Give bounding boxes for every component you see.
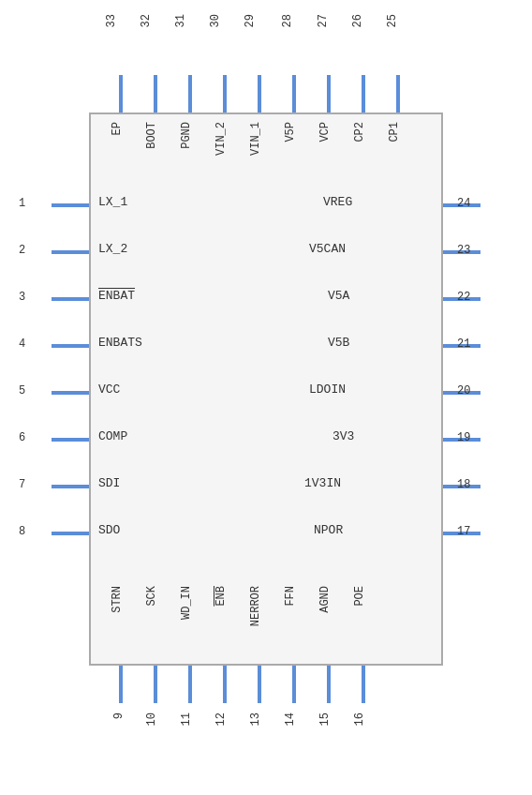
- pin-26-line: [362, 75, 365, 112]
- pin-32-number: 32: [140, 14, 153, 27]
- pin-19-number: 19: [457, 431, 470, 444]
- pin-2-number: 2: [19, 244, 25, 257]
- pin-11-line: [188, 666, 192, 703]
- pin-10-label: SCK: [145, 586, 158, 607]
- pin-7-label: SDI: [98, 476, 120, 490]
- pin-14-number: 14: [284, 712, 297, 726]
- pin-29-number: 29: [244, 14, 257, 27]
- ic-body: [89, 112, 443, 666]
- pin-13-label: NERROR: [249, 586, 262, 626]
- pin-6-number: 6: [19, 431, 25, 444]
- pin-23-label: V5CAN: [309, 242, 346, 256]
- ic-diagram: 33 EP 32 BOOT 31 PGND 30 VIN_2 29 VIN_1 …: [0, 0, 532, 795]
- pin-27-line: [327, 75, 331, 112]
- pin-32-line: [154, 75, 157, 112]
- pin-1-line: [52, 203, 89, 207]
- pin-20-label: LDOIN: [309, 382, 346, 397]
- pin-25-number: 25: [386, 14, 399, 27]
- pin-10-number: 10: [145, 712, 158, 726]
- pin-29-label: VIN_1: [249, 122, 262, 156]
- pin-7-line: [52, 485, 89, 488]
- pin-24-number: 24: [457, 197, 470, 210]
- pin-18-number: 18: [457, 478, 470, 491]
- pin-16-line: [362, 666, 365, 703]
- pin-19-label: 3V3: [332, 429, 354, 443]
- pin-25-label: CP1: [388, 122, 401, 142]
- pin-13-number: 13: [249, 712, 262, 726]
- pin-33-line: [119, 75, 123, 112]
- pin-33-label: EP: [111, 122, 124, 135]
- pin-33-number: 33: [105, 14, 118, 27]
- pin-14-line: [292, 666, 296, 703]
- pin-8-number: 8: [19, 525, 25, 538]
- pin-8-line: [52, 532, 89, 535]
- pin-6-line: [52, 438, 89, 442]
- pin-17-number: 17: [457, 525, 470, 538]
- pin-31-label: PGND: [180, 122, 193, 149]
- pin-21-label: V5B: [328, 336, 349, 350]
- pin-30-label: VIN_2: [214, 122, 228, 156]
- pin-18-label: 1V3IN: [304, 476, 341, 490]
- pin-1-number: 1: [19, 197, 25, 210]
- pin-28-line: [292, 75, 296, 112]
- pin-22-number: 22: [457, 291, 470, 304]
- pin-11-number: 11: [180, 712, 193, 726]
- pin-23-number: 23: [457, 244, 470, 257]
- pin-4-number: 4: [19, 338, 25, 351]
- pin-2-label: LX_2: [98, 242, 127, 256]
- pin-9-label: STRN: [111, 586, 124, 613]
- pin-6-label: COMP: [98, 429, 127, 443]
- pin-20-number: 20: [457, 384, 470, 398]
- pin-31-line: [188, 75, 192, 112]
- pin-1-label: LX_1: [98, 195, 127, 209]
- pin-15-label: AGND: [318, 586, 332, 613]
- pin-27-label: VCP: [318, 122, 332, 142]
- pin-3-label: ENBAT: [98, 289, 135, 303]
- pin-24-label: VREG: [323, 195, 352, 209]
- pin-30-number: 30: [209, 14, 222, 27]
- pin-10-line: [154, 666, 157, 703]
- pin-5-number: 5: [19, 384, 25, 398]
- pin-30-line: [223, 75, 227, 112]
- pin-15-line: [327, 666, 331, 703]
- pin-22-label: V5A: [328, 289, 349, 303]
- pin-9-line: [119, 666, 123, 703]
- pin-29-line: [258, 75, 261, 112]
- pin-16-label: POE: [353, 586, 366, 607]
- pin-15-number: 15: [318, 712, 332, 726]
- pin-16-number: 16: [353, 712, 366, 726]
- pin-4-label: ENBATS: [98, 336, 142, 350]
- pin-13-line: [258, 666, 261, 703]
- pin-28-label: V5P: [284, 122, 297, 142]
- pin-17-label: NPOR: [314, 523, 343, 537]
- pin-12-line: [223, 666, 227, 703]
- pin-12-label: ENB: [214, 586, 228, 607]
- pin-26-label: CP2: [353, 122, 366, 142]
- pin-21-number: 21: [457, 338, 470, 351]
- pin-12-number: 12: [214, 712, 228, 726]
- pin-2-line: [52, 250, 89, 254]
- pin-25-line: [396, 75, 400, 112]
- pin-14-label: FFN: [284, 586, 297, 607]
- pin-27-number: 27: [317, 14, 330, 27]
- pin-3-line: [52, 297, 89, 301]
- pin-4-line: [52, 344, 89, 348]
- pin-5-label: VCC: [98, 382, 120, 397]
- pin-3-number: 3: [19, 291, 25, 304]
- pin-32-label: BOOT: [145, 122, 158, 149]
- pin-26-number: 26: [351, 14, 364, 27]
- pin-11-label: WD_IN: [180, 586, 193, 620]
- pin-31-number: 31: [174, 14, 187, 27]
- pin-7-number: 7: [19, 478, 25, 491]
- pin-5-line: [52, 391, 89, 395]
- pin-28-number: 28: [281, 14, 294, 27]
- pin-9-number: 9: [112, 712, 126, 719]
- pin-8-label: SDO: [98, 523, 120, 537]
